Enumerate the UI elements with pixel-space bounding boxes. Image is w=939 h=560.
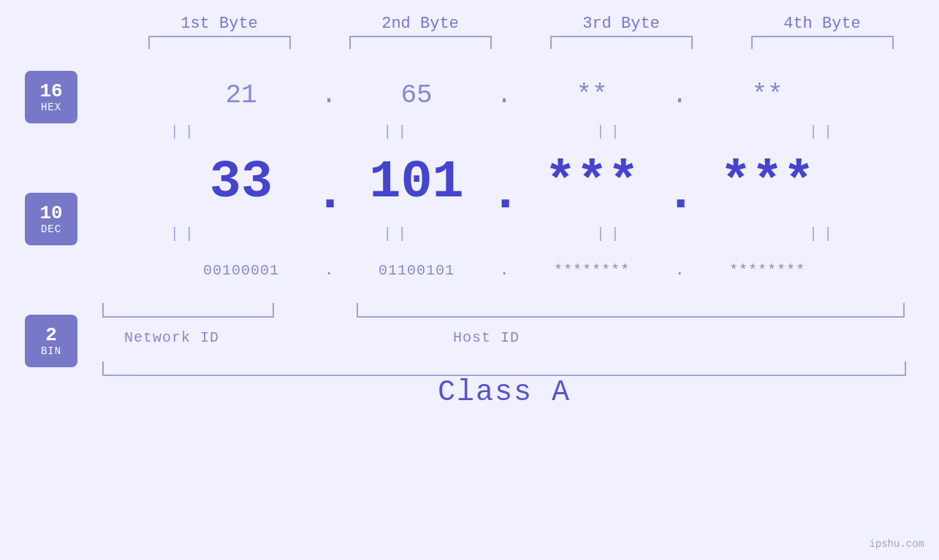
hex-val-4: **	[751, 80, 783, 110]
dec-byte-2: 101	[343, 156, 490, 209]
class-bracket	[102, 361, 906, 376]
bin-badge-num: 2	[45, 325, 57, 346]
par-sep-1: || || || ||	[102, 120, 906, 142]
main-grid: 16 HEX 10 DEC 2 BIN 21 . 65	[0, 56, 939, 560]
par-2-3: ||	[538, 226, 684, 242]
watermark: ipshu.com	[869, 538, 924, 550]
bin-row: 00100001 . 01100101 . ******** . *******…	[102, 245, 906, 296]
dec-dot-3: .	[665, 167, 694, 223]
hex-dot-3: .	[665, 80, 694, 110]
hex-byte-4: **	[694, 80, 840, 110]
id-labels: Network ID Host ID	[102, 329, 906, 357]
bottom-brackets	[102, 303, 906, 325]
top-brackets	[119, 36, 923, 49]
par-2-4: ||	[750, 226, 897, 242]
network-bracket	[102, 303, 274, 318]
dec-val-4: ***	[720, 153, 815, 212]
dec-val-1: 33	[210, 153, 273, 212]
par-1-4: ||	[750, 123, 897, 140]
par-1-2: ||	[324, 123, 471, 140]
host-bracket	[357, 303, 905, 318]
dec-badge-unit: DEC	[41, 223, 61, 235]
dec-row: 33 . 101 . *** . ***	[102, 142, 906, 223]
par-1-3: ||	[538, 123, 684, 140]
hex-byte-1: 21	[168, 80, 314, 110]
dec-dot-1: .	[314, 167, 343, 223]
bracket-4	[751, 36, 894, 49]
bin-badge: 2 BIN	[25, 315, 77, 367]
hex-byte-2: 65	[343, 80, 490, 110]
dec-byte-4: ***	[694, 156, 840, 209]
bin-dot-3: .	[665, 261, 694, 280]
main-container: 1st Byte 2nd Byte 3rd Byte 4th Byte 16 H…	[0, 0, 939, 560]
bin-badge-unit: BIN	[41, 345, 61, 357]
hex-dot-2: .	[490, 80, 519, 110]
bin-val-4: ********	[729, 262, 805, 279]
byte-header-3: 3rd Byte	[548, 15, 694, 33]
hex-dot-1: .	[314, 80, 343, 110]
data-columns: 21 . 65 . ** . ** || ||	[102, 56, 906, 409]
dec-badge: 10 DEC	[25, 193, 77, 245]
bin-byte-4: ********	[694, 262, 840, 279]
dec-byte-3: ***	[519, 156, 665, 209]
hex-badge: 16 HEX	[25, 71, 77, 123]
network-id-label: Network ID	[124, 329, 219, 346]
byte-header-1: 1st Byte	[146, 15, 292, 33]
par-2-1: ||	[112, 226, 258, 242]
par-1-1: ||	[112, 123, 258, 140]
labels-column: 16 HEX 10 DEC 2 BIN	[0, 56, 102, 367]
dec-val-2: 101	[369, 153, 464, 212]
hex-byte-3: **	[519, 80, 665, 110]
bin-val-1: 00100001	[203, 262, 279, 279]
bin-byte-2: 01100101	[343, 262, 490, 279]
bin-dot-2: .	[490, 261, 519, 280]
hex-badge-num: 16	[39, 81, 62, 102]
hex-badge-unit: HEX	[41, 101, 61, 113]
dec-byte-1: 33	[168, 156, 314, 209]
class-a-label: Class A	[438, 376, 571, 409]
bracket-1	[148, 36, 291, 49]
bin-byte-1: 00100001	[168, 262, 314, 279]
hex-row: 21 . 65 . ** . **	[102, 69, 906, 120]
par-sep-2: || || || ||	[102, 223, 906, 245]
byte-headers-row: 1st Byte 2nd Byte 3rd Byte 4th Byte	[119, 15, 923, 33]
bin-val-3: ********	[554, 262, 630, 279]
bracket-2	[349, 36, 492, 49]
hex-val-3: **	[576, 80, 607, 110]
class-label-container: Class A	[102, 376, 906, 409]
hex-val-1: 21	[225, 80, 256, 110]
host-id-label: Host ID	[453, 329, 520, 346]
par-2-2: ||	[324, 226, 471, 242]
bracket-3	[550, 36, 693, 49]
bin-val-2: 01100101	[379, 262, 455, 279]
byte-header-2: 2nd Byte	[347, 15, 493, 33]
bin-byte-3: ********	[519, 262, 665, 279]
dec-badge-num: 10	[39, 203, 62, 224]
byte-header-4: 4th Byte	[749, 15, 895, 33]
dec-dot-2: .	[490, 167, 519, 223]
bin-dot-1: .	[314, 261, 343, 280]
dec-val-3: ***	[544, 153, 639, 212]
hex-val-2: 65	[400, 80, 432, 110]
